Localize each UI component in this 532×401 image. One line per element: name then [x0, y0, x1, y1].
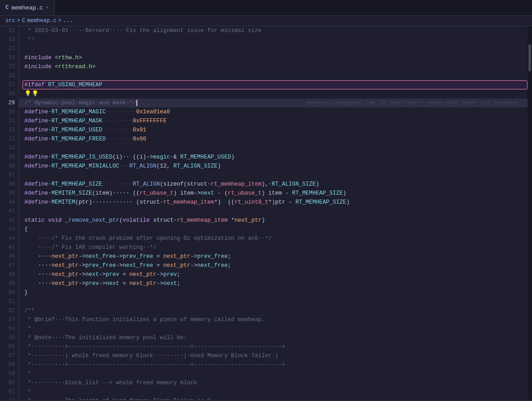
line-number: 59 [2, 369, 15, 378]
tab-memheap[interactable]: C memheap.c × [0, 0, 55, 15]
code-line: ····next_ptr->prev->next = next_ptr->nex… [19, 279, 527, 288]
code-line: #define·MEMITEM(ptr)············ (struct… [19, 198, 527, 207]
token-macro: RT_MEMHEAP_MAGIC [51, 109, 106, 115]
line-number: 54 [2, 324, 15, 333]
breadcrumb-src: src [5, 18, 15, 24]
token-punct: - ( [214, 190, 228, 196]
tab-close-button[interactable]: × [46, 5, 49, 10]
code-line [19, 144, 527, 153]
code-line: *··········+----------------------------… [19, 342, 527, 351]
code-line: #include <rthw.h> [19, 53, 527, 62]
token-punct: · [48, 118, 52, 124]
line-number: 47 [2, 261, 15, 270]
token-dots: ········ [106, 136, 133, 142]
token-preprocessor: #define [24, 109, 48, 115]
scrollbar-track[interactable] [527, 26, 532, 400]
line-number: 62 [2, 396, 15, 400]
token-func: _remove_next_ptr [65, 217, 119, 224]
token-punct [45, 82, 48, 88]
line-numbers: 2122232425262728293031323334353637383940… [0, 26, 19, 400]
token-comment: * 2023-03-01·····Bernard·····Fix the ali… [24, 28, 261, 34]
token-macro: RT_MEMHEAP_SIZE [295, 199, 346, 205]
code-line: /* dynamic·pool·magic·and·mask·*/bernard… [19, 98, 527, 107]
line-number: 58 [2, 360, 15, 369]
token-macro: MEMITEM_SIZE [51, 190, 92, 196]
scrollbar-thumb[interactable] [528, 44, 531, 71]
line-number: 60 [2, 378, 15, 387]
token-punct: -> [191, 262, 197, 269]
line-number: 57 [2, 351, 15, 360]
code-line: *··········| whole freed memory block···… [19, 351, 527, 360]
token-punct: ···· [24, 262, 51, 269]
line-number: 41 [2, 207, 15, 216]
token-punct: ) [316, 181, 319, 187]
token-param: next_ptr [163, 253, 191, 260]
token-macro: RT_USING_MEMHEAP [48, 82, 103, 88]
token-param: next_ptr [234, 217, 261, 224]
token-field: next_free [85, 253, 116, 260]
token-preprocessor: #define [24, 163, 48, 169]
token-comment: ····/* Fix the crash problem after openi… [24, 235, 272, 242]
token-comment: * @note····The initialized memory pool w… [24, 335, 187, 341]
token-param: next_ptr [51, 271, 79, 278]
code-line: *··········block_list --> whole freed me… [19, 378, 527, 387]
code-line: *··········+----------------------------… [19, 360, 527, 369]
token-comment: */ [24, 37, 35, 43]
line-number: 42 [2, 216, 15, 225]
token-number: 0x1ea01ea0 [136, 109, 170, 115]
token-punct: ) [261, 217, 265, 224]
token-punct: ; [177, 271, 181, 278]
breadcrumb-ellipsis: ... [63, 18, 73, 24]
token-punct [62, 217, 65, 224]
token-comment: *··········+----------------------------… [24, 362, 285, 368]
token-punct [51, 64, 55, 70]
token-punct: -> [79, 253, 85, 260]
token-param: next_ptr [130, 280, 157, 287]
code-line: { [19, 225, 527, 234]
line-number: 24 [2, 53, 15, 62]
code-area[interactable]: * 2023-03-01·····Bernard·····Fix the ali… [19, 26, 527, 400]
code-line: * [19, 387, 527, 396]
token-preprocessor: #include [24, 64, 51, 70]
token-punct: -> [79, 271, 85, 278]
line-number: 22 [2, 35, 15, 44]
line-number: 35 [2, 153, 15, 162]
token-punct: ) [218, 163, 221, 169]
token-macro: MEMITEM [51, 199, 75, 205]
code-line: #define·RT_MEMHEAP_MASK·········0xFFFFFF… [19, 117, 527, 126]
token-punct: · [48, 154, 52, 160]
token-punct: ···· [24, 280, 51, 287]
token-punct: ) [346, 199, 350, 205]
token-punct: · [48, 199, 52, 205]
token-macro: RT_MEMHEAP_USED [180, 154, 231, 160]
token-punct: (12, [157, 163, 174, 169]
token-punct: * [228, 217, 234, 224]
token-punct: ) item-> [173, 190, 201, 196]
token-kw: volatile [123, 217, 150, 224]
token-preprocessor: #define [24, 190, 48, 196]
line-number: 32 [2, 126, 15, 135]
token-punct [45, 217, 48, 224]
token-comment: * [24, 326, 31, 332]
token-preprocessor: #define [24, 127, 48, 133]
token-type: rt_uint8_t [234, 199, 268, 205]
token-string: <rthw.h> [55, 55, 82, 61]
token-comment: ····/* Fix IAR compiler warning··*/ [24, 244, 157, 251]
token-macro: RT_ALIGN_SIZE [173, 163, 218, 169]
token-punct: ···· [24, 253, 51, 260]
token-preprocessor: #define [24, 199, 48, 205]
line-number: 50 [2, 288, 15, 297]
token-param: next_ptr [51, 280, 79, 287]
line-number: 30 [2, 107, 15, 117]
token-param: next_ptr [51, 262, 79, 269]
token-dots: ··· [119, 163, 130, 169]
token-func: RT_ALIGN [133, 181, 160, 187]
token-punct: · [48, 109, 52, 115]
line-number: 53 [2, 315, 15, 324]
token-field: prev [163, 271, 177, 278]
code-line: #define·RT_MEMHEAP_FREED········0x00 [19, 135, 527, 144]
code-line: #ifdef RT_USING_MEMHEAP [19, 80, 527, 89]
token-punct: -> [99, 280, 106, 287]
token-dots: ········· [103, 118, 133, 124]
line-number: 43 [2, 225, 15, 234]
